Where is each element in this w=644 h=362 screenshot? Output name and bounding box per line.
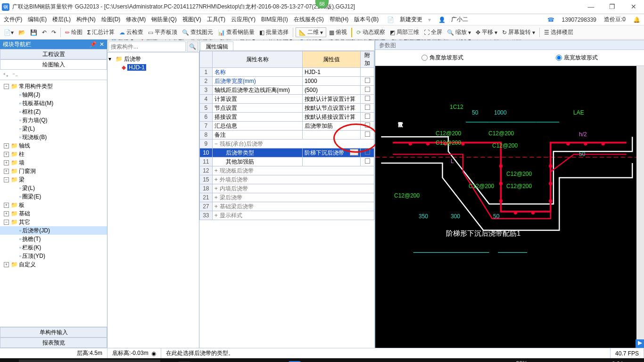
tree-node[interactable]: ▫压顶(YD) bbox=[0, 252, 107, 260]
menu-component[interactable]: 构件(N) bbox=[74, 15, 98, 25]
tab-report-preview[interactable]: 报表预览 bbox=[0, 337, 107, 348]
pin-icon[interactable]: 📌 bbox=[90, 41, 97, 48]
search-input[interactable] bbox=[108, 41, 186, 52]
fullscreen-button[interactable]: ⛶ 全屏 bbox=[422, 27, 444, 37]
sum-button[interactable]: Σ 汇总计算 bbox=[85, 27, 116, 37]
close-button[interactable]: ✕ bbox=[623, 0, 644, 13]
list-item[interactable]: ◆ HJD-1 bbox=[108, 63, 198, 72]
bell-icon[interactable]: 🔔 bbox=[631, 16, 642, 24]
save-button[interactable]: 💾 bbox=[28, 28, 39, 37]
pan-button[interactable]: ✥ 平移 ▾ bbox=[474, 27, 499, 37]
zoom-button[interactable]: 🔍 缩放 ▾ bbox=[445, 27, 473, 37]
search-button[interactable]: 🔍 bbox=[187, 41, 198, 52]
draw-button[interactable]: ✏绘图 bbox=[63, 27, 84, 37]
radio-width-slope[interactable]: 底宽放坡形式 bbox=[556, 54, 598, 62]
scrollbar-vertical[interactable] bbox=[636, 66, 644, 348]
schematic-canvas[interactable]: 1C12 50 1000 LAE C12@200 C12@200 h/2 C12… bbox=[375, 66, 644, 348]
property-row[interactable]: 21+梁后浇带 bbox=[200, 193, 374, 202]
menu-tools[interactable]: 工具(T) bbox=[205, 15, 227, 25]
ellipsis-button[interactable]: ⋯ bbox=[350, 149, 358, 156]
tree-node[interactable]: ▫框柱(Z) bbox=[0, 107, 107, 116]
collapse-all-icon[interactable]: ⁻₋ bbox=[12, 72, 18, 78]
menu-cloud[interactable]: 云应用(Y) bbox=[229, 15, 257, 25]
tree-node[interactable]: ▫栏板(K) bbox=[0, 243, 107, 252]
property-row[interactable]: 3轴线距后浇带左边线距离(mm)(500) bbox=[200, 86, 374, 95]
tree-node[interactable]: +📁门窗洞 bbox=[0, 167, 107, 175]
tree-node[interactable]: +📁轴线 bbox=[0, 141, 107, 150]
menu-online[interactable]: 在线服务(S) bbox=[292, 15, 326, 25]
orbit-button[interactable]: ⟳ 动态观察 bbox=[355, 27, 387, 37]
menu-rebar[interactable]: 钢筋量(Q) bbox=[149, 15, 178, 25]
property-row[interactable]: 27+基础梁后浇带 bbox=[200, 202, 374, 211]
local3d-button[interactable]: ◩ 局部三维 bbox=[388, 27, 421, 37]
2d-combo[interactable]: 📐 二维 ▾ bbox=[296, 27, 326, 37]
tab-draw-input[interactable]: 绘图输入 bbox=[0, 59, 107, 70]
taskbar-search[interactable]: ○ 在这里输入你要搜索的内容 bbox=[19, 360, 160, 362]
panel-close-icon[interactable]: ✕ bbox=[99, 41, 104, 48]
component-tree[interactable]: −📁常用构件类型▫轴网(J)▫筏板基础(M)▫框柱(Z)▫剪力墙(Q)▫梁(L)… bbox=[0, 80, 107, 327]
menu-floor[interactable]: 楼层(L) bbox=[50, 15, 73, 25]
property-row[interactable]: 15+外墙后浇带 bbox=[200, 175, 374, 184]
new-change-button[interactable]: 新建变更 bbox=[398, 15, 424, 25]
redo-button[interactable]: ↷ bbox=[50, 28, 58, 37]
find-element-button[interactable]: 🔍 查找图元 bbox=[180, 27, 215, 37]
select-floor-button[interactable]: ☰ 选择楼层 bbox=[542, 27, 575, 37]
menu-help[interactable]: 帮助(H) bbox=[328, 15, 351, 25]
property-row[interactable]: 7汇总信息后浇带加筋 bbox=[200, 122, 374, 131]
menu-view[interactable]: 视图(V) bbox=[181, 15, 203, 25]
screen-rotate-button[interactable]: ↻ 屏幕旋转 ▾ bbox=[500, 27, 537, 37]
list-root[interactable]: ▾📁 后浇带 bbox=[108, 55, 198, 63]
property-row[interactable]: 10后浇带类型阶梯下沉后浇带⋯ bbox=[200, 148, 374, 157]
tab-property-edit[interactable]: 属性编辑 bbox=[200, 41, 233, 50]
view-rebar-button[interactable]: 📊 查看钢筋量 bbox=[216, 27, 256, 37]
batch-select-button[interactable]: ◧ 批量选择 bbox=[257, 27, 290, 37]
menu-bim[interactable]: BIM应用(I) bbox=[259, 15, 290, 25]
menu-file[interactable]: 文件(F) bbox=[2, 15, 24, 25]
undo-button[interactable]: ↶ bbox=[40, 28, 49, 37]
radio-angle-slope[interactable]: 角度放坡形式 bbox=[421, 54, 463, 62]
flat-top-button[interactable]: ▭ 平齐板顶 bbox=[146, 27, 179, 37]
tree-node[interactable]: −📁常用构件类型 bbox=[0, 82, 107, 90]
property-row[interactable]: 18+内墙后浇带 bbox=[200, 184, 374, 193]
open-button[interactable]: 📂 bbox=[17, 28, 27, 37]
tree-node[interactable]: ▫梁(L) bbox=[0, 184, 107, 192]
property-row[interactable]: 6搭接设置按默认搭接设置计算 bbox=[200, 113, 374, 122]
tree-node[interactable]: +📁板 bbox=[0, 201, 107, 209]
maximize-button[interactable]: ❐ bbox=[602, 0, 623, 13]
tree-node[interactable]: ▫后浇带(JD) bbox=[0, 226, 107, 235]
property-row[interactable]: 9−筏板(承台)后浇带 bbox=[200, 140, 374, 148]
tree-node[interactable]: +📁柱 bbox=[0, 150, 107, 158]
property-row[interactable]: 1名称HJD-1 bbox=[200, 68, 374, 77]
slide-next-icon[interactable]: ▶ bbox=[636, 339, 644, 348]
tree-node[interactable]: +📁墙 bbox=[0, 158, 107, 167]
tab-single-input[interactable]: 单构件输入 bbox=[0, 327, 107, 337]
tree-node[interactable]: −📁其它 bbox=[0, 218, 107, 226]
property-row[interactable]: 33+显示样式 bbox=[200, 211, 374, 220]
menu-edit[interactable]: 编辑(E) bbox=[26, 15, 49, 25]
menu-draw[interactable]: 绘图(D) bbox=[99, 15, 123, 25]
cloud-check-button[interactable]: ☁云检查 bbox=[117, 27, 145, 37]
property-row[interactable]: 4计算设置按默认计算设置计算 bbox=[200, 95, 374, 104]
property-row[interactable]: 12+现浇板后浇带 bbox=[200, 166, 374, 175]
tree-node[interactable]: +📁基础 bbox=[0, 209, 107, 218]
top-view-button[interactable]: ▦ 俯视 bbox=[327, 27, 349, 37]
tree-node[interactable]: +📁自定义 bbox=[0, 260, 107, 269]
tree-node[interactable]: ▫挑檐(T) bbox=[0, 235, 107, 243]
menu-modify[interactable]: 修改(M) bbox=[124, 15, 148, 25]
property-row[interactable]: 8备注 bbox=[200, 131, 374, 140]
login-user[interactable]: 广小二 bbox=[449, 15, 470, 25]
tree-node[interactable]: ▫圈梁(E) bbox=[0, 192, 107, 201]
expand-all-icon[interactable]: ⁺₊ bbox=[3, 72, 8, 78]
tree-node[interactable]: ▫剪力墙(Q) bbox=[0, 116, 107, 124]
start-button[interactable] bbox=[0, 358, 19, 362]
tree-node[interactable]: ▫现浇板(B) bbox=[0, 133, 107, 141]
property-table[interactable]: 属性名称属性值附加 1名称HJD-12后浇带宽度(mm)10003轴线距后浇带左… bbox=[199, 51, 374, 220]
menu-version[interactable]: 版本号(B) bbox=[352, 15, 380, 25]
property-row[interactable]: 2后浇带宽度(mm)1000 bbox=[200, 77, 374, 86]
tree-node[interactable]: −📁梁 bbox=[0, 175, 107, 184]
property-row[interactable]: 11其他加强筋 bbox=[200, 157, 374, 166]
minimize-button[interactable]: — bbox=[580, 0, 602, 13]
property-row[interactable]: 5节点设置按默认节点设置计算 bbox=[200, 104, 374, 113]
tree-node[interactable]: ▫筏板基础(M) bbox=[0, 99, 107, 107]
new-doc-button[interactable]: 📄▾ bbox=[2, 28, 16, 37]
